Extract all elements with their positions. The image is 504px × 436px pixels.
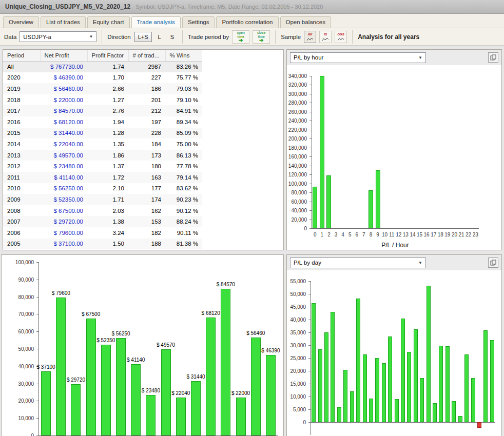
table-row-2017[interactable]: 2017$ 84570.002.7621284.91 % bbox=[3, 105, 202, 116]
trade-period-label: Trade period by bbox=[188, 34, 229, 40]
tab-equity-chart[interactable]: Equity chart bbox=[87, 16, 130, 28]
y-axis-tick-label: 40,000 bbox=[2, 364, 34, 369]
cell-profit-factor: 3.24 bbox=[87, 227, 128, 239]
cell-period: 2009 bbox=[3, 194, 40, 205]
y-axis-tick-label: 20,000 bbox=[2, 398, 34, 404]
y-axis-tick-label: 0 bbox=[2, 433, 34, 436]
pl-by-year-panel: 010,00020,00030,00040,00050,00060,00070,… bbox=[1, 254, 284, 436]
chart-bar bbox=[131, 364, 141, 435]
direction-s-button[interactable]: S bbox=[167, 32, 177, 42]
tab-settings[interactable]: Settings bbox=[182, 16, 215, 28]
table-row-2019[interactable]: 2019$ 56460.002.6618679.03 % bbox=[3, 83, 202, 94]
table-row-2013[interactable]: 2013$ 49570.001.8617386.13 % bbox=[3, 150, 202, 161]
x-axis-tick-label: 8 bbox=[370, 232, 373, 237]
cell-wins: 86.13 % bbox=[165, 150, 202, 161]
copy-chart-button[interactable] bbox=[488, 52, 498, 63]
cell-profit-factor: 2.66 bbox=[87, 83, 128, 94]
cell-period: 2006 bbox=[3, 227, 40, 239]
y-axis-tick-label: 260,000 bbox=[287, 109, 307, 115]
column-header-wins[interactable]: % Wins bbox=[165, 50, 202, 61]
direction-l-s-button[interactable]: L+S bbox=[134, 32, 152, 42]
cell-of-trad: 162 bbox=[128, 205, 165, 216]
y-axis-tick-label: 20,000 bbox=[287, 217, 307, 223]
cell-period: 2017 bbox=[3, 105, 40, 116]
y-axis-tick-label: 40,000 bbox=[287, 208, 307, 213]
copy-chart-button[interactable] bbox=[488, 257, 498, 268]
period-stats-table: PeriodNet ProfitProfit Factor# of trad..… bbox=[3, 50, 202, 249]
cell-of-trad: 212 bbox=[128, 105, 165, 116]
sample-in-sample-button[interactable]: is bbox=[319, 31, 332, 43]
cell-net-profit: $ 68120.00 bbox=[40, 116, 87, 128]
day-chart-selector[interactable]: P/L by day ▼ bbox=[290, 257, 426, 268]
cell-profit-factor: 1.74 bbox=[87, 61, 128, 72]
cell-profit-factor: 1.86 bbox=[87, 150, 128, 161]
sample-in-sample-icon: is bbox=[320, 32, 331, 36]
column-header-period[interactable]: Period bbox=[3, 50, 40, 61]
table-row-2012[interactable]: 2012$ 23480.001.3718077.78 % bbox=[3, 161, 202, 172]
table-row-2011[interactable]: 2011$ 41140.001.7216379.14 % bbox=[3, 172, 202, 183]
chart-bar bbox=[324, 332, 328, 422]
hour-chart-selector-value: P/L by hour bbox=[294, 54, 323, 61]
table-row-2014[interactable]: 2014$ 22040.001.3518475.00 % bbox=[3, 138, 202, 150]
sample-all-button[interactable]: all bbox=[304, 31, 316, 43]
table-row-2020[interactable]: 2020$ 46390.001.7022775.77 % bbox=[3, 72, 202, 84]
tab-portfolio-correlation[interactable]: Portfolio correlation bbox=[216, 16, 278, 28]
x-axis-tick-label: 3 bbox=[335, 232, 338, 237]
cell-of-trad: 184 bbox=[128, 138, 165, 150]
cell-of-trad: 180 bbox=[128, 161, 165, 172]
tab-trade-analysis[interactable]: Trade analysis bbox=[131, 16, 181, 28]
bar-value-label: $ 22000 bbox=[231, 390, 250, 396]
table-row-2009[interactable]: 2009$ 52350.001.7117490.23 % bbox=[3, 194, 202, 205]
y-axis-tick-label: 50,000 bbox=[2, 346, 34, 352]
column-header-of-trad[interactable]: # of trad... bbox=[128, 50, 165, 61]
y-axis-tick-label: 280,000 bbox=[287, 100, 307, 106]
y-axis-tick-label: 320,000 bbox=[287, 82, 307, 88]
table-row-2007[interactable]: 2007$ 29720.001.3815388.24 % bbox=[3, 216, 202, 227]
bar-value-label: $ 22040 bbox=[171, 390, 190, 396]
table-row-2018[interactable]: 2018$ 22000.001.2720179.10 % bbox=[3, 94, 202, 106]
cell-wins: 88.24 % bbox=[165, 216, 202, 227]
direction-l-button[interactable]: L bbox=[155, 32, 164, 42]
table-row-2010[interactable]: 2010$ 56250.002.1017783.62 % bbox=[3, 183, 202, 194]
column-header-net-profit[interactable]: Net Profit bbox=[40, 50, 87, 61]
table-row-all[interactable]: All$ 767730.001.74298783.26 % bbox=[3, 61, 202, 72]
tab-bar: OverviewList of tradesEquity chartTrade … bbox=[0, 14, 504, 28]
toolbar-separator bbox=[275, 30, 276, 44]
cell-net-profit: $ 56250.00 bbox=[40, 183, 87, 194]
x-axis-tick-label: 14 bbox=[410, 232, 415, 237]
trade-period-open-time-button[interactable]: open time ➔ bbox=[232, 30, 249, 44]
y-axis-tick-label: 0 bbox=[287, 226, 307, 231]
pl-by-year-chart: 010,00020,00030,00040,00050,00060,00070,… bbox=[2, 255, 283, 436]
cell-period: 2013 bbox=[3, 150, 40, 161]
day-panel-header: P/L by day ▼ bbox=[287, 255, 501, 270]
bar-value-label: $ 68120 bbox=[202, 310, 220, 316]
x-axis-tick-label: 2 bbox=[327, 232, 331, 237]
tab-list-of-trades[interactable]: List of trades bbox=[41, 16, 86, 28]
y-axis-tick-label: 100,000 bbox=[287, 181, 307, 187]
pl-by-day-chart: 05,00010,00015,00020,00025,00030,00035,0… bbox=[287, 270, 501, 436]
toolbar: Data USDJPY-a ▼ Direction L+SLS Trade pe… bbox=[0, 28, 504, 46]
tab-open-balances[interactable]: Open balances bbox=[280, 16, 331, 28]
chart-bar bbox=[337, 407, 341, 422]
table-row-2005[interactable]: 2005$ 37100.001.5018881.38 % bbox=[3, 239, 202, 250]
table-row-2006[interactable]: 2006$ 79600.003.2418290.11 % bbox=[3, 227, 202, 239]
y-axis-tick-label: 60,000 bbox=[2, 329, 34, 334]
data-symbol-select[interactable]: USDJPY-a ▼ bbox=[20, 31, 96, 42]
table-row-2015[interactable]: 2015$ 31440.001.2822885.09 % bbox=[3, 128, 202, 139]
trade-period-close-time-button[interactable]: close time ➔ bbox=[253, 30, 270, 44]
table-row-2016[interactable]: 2016$ 68120.001.9419789.34 % bbox=[3, 116, 202, 128]
table-row-2008[interactable]: 2008$ 67500.002.0316290.12 % bbox=[3, 205, 202, 216]
copy-icon bbox=[490, 260, 496, 266]
column-header-profit-factor[interactable]: Profit Factor bbox=[87, 50, 128, 61]
chart-bar bbox=[191, 381, 201, 435]
y-axis-tick-label: 15,000 bbox=[287, 381, 306, 387]
x-axis-tick-label: 9 bbox=[376, 232, 379, 237]
sample-out-of-sample-button[interactable]: oos bbox=[335, 31, 347, 43]
bar-value-label: $ 37100 bbox=[37, 364, 55, 370]
tab-overview[interactable]: Overview bbox=[3, 16, 39, 28]
hour-chart-selector[interactable]: P/L by hour ▼ bbox=[290, 52, 426, 63]
x-axis-line bbox=[311, 422, 495, 423]
y-axis-tick-label: 25,000 bbox=[287, 355, 306, 361]
hour-panel-header: P/L by hour ▼ bbox=[287, 50, 501, 65]
chart-bar bbox=[375, 358, 379, 422]
